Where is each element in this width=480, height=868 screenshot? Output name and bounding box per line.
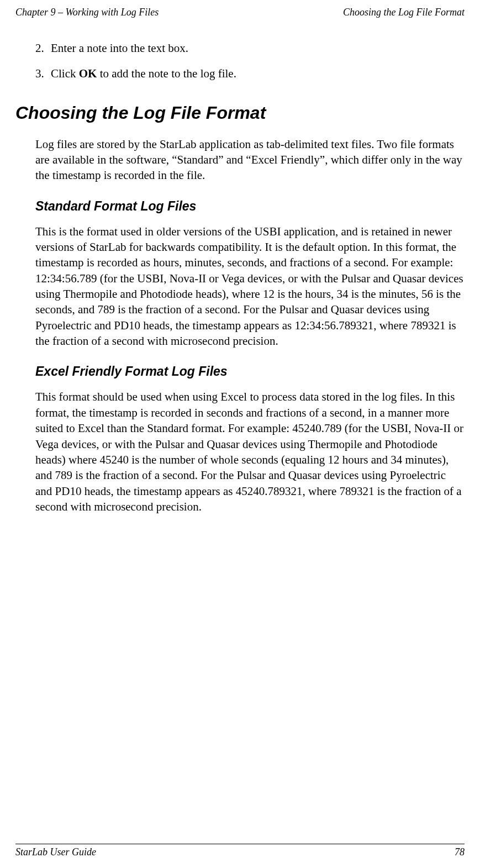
standard-format-paragraph: This is the format used in older version… — [35, 224, 465, 349]
heading-standard-format: Standard Format Log Files — [35, 199, 465, 214]
step-prefix: Click — [51, 67, 79, 80]
step-suffix: to add the note to the log file. — [97, 67, 236, 80]
ok-bold: OK — [79, 67, 97, 80]
footer-row: StarLab User Guide 78 — [15, 846, 465, 858]
step-number: 3. — [35, 66, 51, 81]
footer-left: StarLab User Guide — [15, 846, 96, 858]
intro-paragraph: Log files are stored by the StarLab appl… — [35, 136, 465, 183]
step-3: 3. Click OK to add the note to the log f… — [35, 66, 465, 81]
page-footer: StarLab User Guide 78 — [0, 844, 480, 858]
step-text: Click OK to add the note to the log file… — [51, 66, 465, 81]
footer-divider — [15, 844, 465, 844]
footer-page-number: 78 — [455, 846, 465, 858]
step-2: 2. Enter a note into the text box. — [35, 40, 465, 56]
header-left: Chapter 9 – Working with Log Files — [15, 7, 159, 18]
step-text: Enter a note into the text box. — [51, 40, 465, 56]
step-number: 2. — [35, 40, 51, 56]
heading-excel-friendly-format: Excel Friendly Format Log Files — [35, 364, 465, 379]
excel-friendly-paragraph: This format should be used when using Ex… — [35, 389, 465, 514]
header-right: Choosing the Log File Format — [343, 7, 465, 18]
page-content: 2. Enter a note into the text box. 3. Cl… — [0, 18, 480, 514]
page-header: Chapter 9 – Working with Log Files Choos… — [0, 0, 480, 18]
heading-choosing-log-file-format: Choosing the Log File Format — [15, 103, 465, 123]
